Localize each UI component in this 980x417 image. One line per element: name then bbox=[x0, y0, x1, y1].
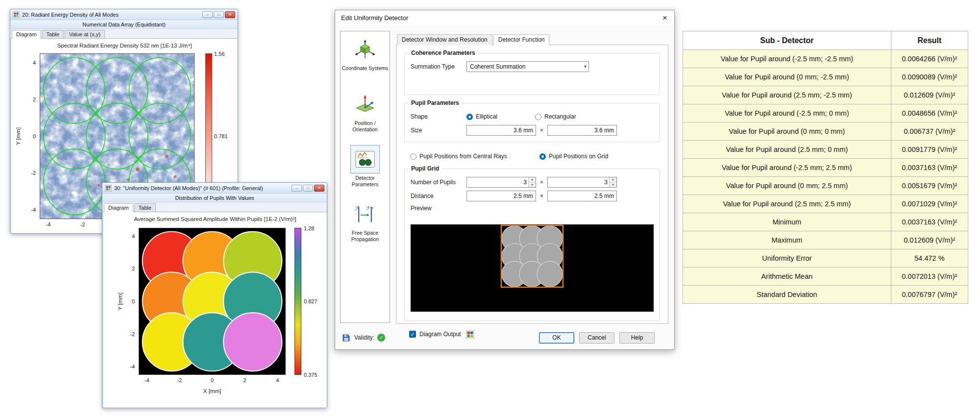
sub-detector-cell: Value for Pupil around (0 mm; 2.5 mm) bbox=[683, 177, 891, 195]
tick-label: 2 bbox=[132, 266, 135, 271]
tab-table[interactable]: Table bbox=[134, 203, 156, 212]
radio-on-grid[interactable] bbox=[539, 153, 546, 160]
window2-tabstrip: Diagram Table bbox=[102, 202, 327, 212]
column-header: Result bbox=[891, 31, 968, 50]
table-row: Minimum0.0037163 (V/m)² bbox=[683, 213, 968, 231]
distance-x-field[interactable] bbox=[466, 191, 536, 201]
pupil-plot-svg bbox=[139, 228, 285, 374]
tick-label: -2 bbox=[80, 221, 85, 227]
window2-document-type: Distribution of Pupils With Values bbox=[102, 194, 327, 202]
canvas: { "glyphs": { "minimize": "–", "maximize… bbox=[0, 0, 980, 417]
colorbar-min-label: 0.375 bbox=[304, 372, 318, 378]
group-label: Pupil Parameters bbox=[409, 99, 462, 106]
table-row: Value for Pupil around (-2.5 mm; -2.5 mm… bbox=[683, 50, 968, 68]
window2-titlebar[interactable]: 30: "Uniformity Detector (All Modes)" (#… bbox=[102, 183, 327, 194]
pupil-parameters-group: Pupil Parameters Shape Elliptical Rectan… bbox=[404, 103, 660, 142]
radio-label[interactable]: Rectangular bbox=[544, 113, 576, 120]
close-button[interactable]: ✕ bbox=[314, 185, 324, 192]
sidebar-item-position-orientation[interactable]: Position / Orientation bbox=[341, 90, 390, 145]
diagram-output-checkbox[interactable]: ✓ bbox=[409, 331, 416, 338]
tick-label: -4 bbox=[145, 377, 149, 383]
dialog-close-icon[interactable]: ✕ bbox=[656, 11, 674, 25]
window2-app-icon bbox=[105, 185, 112, 192]
window1-y-axis-label: Y [mm] bbox=[15, 127, 21, 145]
window2-title: 30: "Uniformity Detector (All Modes)" (#… bbox=[114, 185, 292, 191]
tab-value-at-xy[interactable]: Value at (x,y) bbox=[65, 30, 105, 38]
table-row: Arithmetic Mean0.0072013 (V/m)² bbox=[683, 268, 968, 286]
colorbar-mid-label: 0.827 bbox=[304, 298, 318, 304]
column-header: Sub - Detector bbox=[683, 31, 891, 50]
result-cell: 0.0090089 (V/m)² bbox=[891, 68, 968, 86]
result-cell: 0.0091779 (V/m)² bbox=[891, 141, 968, 159]
result-cell: 0.012609 (V/m)² bbox=[891, 86, 968, 104]
number-of-pupils-x-field[interactable] bbox=[467, 177, 528, 187]
spin-up-icon[interactable]: ▲ bbox=[529, 177, 536, 183]
pupil-position-mode-row: Pupil Positions from Central Rays Pupil … bbox=[404, 150, 660, 163]
pupil-positions-from-central-rays-option[interactable]: Pupil Positions from Central Rays bbox=[410, 153, 539, 160]
result-cell: 0.006737 (V/m)² bbox=[891, 123, 968, 141]
radio-label[interactable]: Elliptical bbox=[476, 113, 497, 120]
shape-rectangular-option[interactable]: Rectangular bbox=[535, 113, 576, 120]
window1-title: 20: Radiant Energy Density of All Modes bbox=[22, 12, 202, 18]
sub-detector-cell: Value for Pupil around (-2.5 mm; 2.5 mm) bbox=[683, 159, 891, 177]
sub-detector-cell: Value for Pupil around (2.5 mm; -2.5 mm) bbox=[683, 86, 891, 104]
result-cell: 0.0072013 (V/m)² bbox=[891, 268, 968, 286]
tab-table[interactable]: Table bbox=[42, 30, 64, 38]
minimize-button[interactable]: – bbox=[202, 11, 213, 18]
shape-elliptical-option[interactable]: Elliptical bbox=[466, 113, 535, 120]
sub-detector-cell: Value for Pupil around (-2.5 mm; -2.5 mm… bbox=[683, 50, 891, 68]
window1-titlebar[interactable]: 20: Radiant Energy Density of All Modes … bbox=[10, 9, 238, 20]
radio-label[interactable]: Pupil Positions on Grid bbox=[549, 153, 608, 160]
save-icon[interactable] bbox=[342, 334, 350, 342]
spin-up-icon[interactable]: ▲ bbox=[610, 177, 616, 183]
size-x-field[interactable] bbox=[466, 125, 536, 136]
pupil-positions-on-grid-option[interactable]: Pupil Positions on Grid bbox=[539, 153, 608, 160]
sidebar-item-detector-parameters[interactable]: Detector Parameters bbox=[341, 145, 390, 200]
window2-x-axis-label: X [mm] bbox=[139, 388, 286, 394]
sub-detector-cell: Value for Pupil around (2.5 mm; 0 mm) bbox=[683, 141, 891, 159]
position-orientation-icon bbox=[354, 94, 376, 115]
table-row: Value for Pupil around (2.5 mm; 0 mm)0.0… bbox=[683, 141, 968, 159]
distance-y-field[interactable] bbox=[547, 191, 617, 201]
radio-rectangular[interactable] bbox=[535, 114, 541, 120]
spin-down-icon[interactable]: ▼ bbox=[529, 183, 536, 188]
tick-label: -4 bbox=[46, 221, 51, 227]
summation-type-dropdown[interactable]: Coherent Summation ▾ bbox=[466, 61, 589, 72]
maximize-button[interactable]: □ bbox=[214, 11, 224, 18]
tab-diagram[interactable]: Diagram bbox=[12, 30, 41, 39]
dialog-titlebar[interactable]: Edit Uniformity Detector ✕ bbox=[335, 10, 674, 25]
detector-results-table-panel: Sub - DetectorResult Value for Pupil aro… bbox=[683, 31, 968, 304]
tab-detector-function[interactable]: Detector Function bbox=[493, 34, 550, 46]
window1-tabstrip: Diagram Table Value at (x,y) bbox=[10, 29, 238, 39]
spin-down-icon[interactable]: ▼ bbox=[610, 183, 616, 188]
chevron-down-icon: ▾ bbox=[584, 62, 587, 72]
diagram-output-row: ✓ Diagram Output bbox=[403, 329, 661, 340]
table-row: Value for Pupil around (-2.5 mm; 0 mm)0.… bbox=[683, 104, 968, 123]
detector-function-panel: Coherence Parameters Summation Type Cohe… bbox=[396, 45, 668, 324]
radio-from-central-rays[interactable] bbox=[410, 153, 416, 160]
sub-detector-cell: Uniformity Error bbox=[683, 249, 891, 268]
radio-label[interactable]: Pupil Positions from Central Rays bbox=[419, 153, 507, 160]
sidebar-item-free-space-propagation[interactable]: ℱ ℱ⁻¹ Free Space Propagation bbox=[341, 200, 390, 255]
tick-label: -2 bbox=[31, 170, 36, 176]
tab-detector-window-and-resolution[interactable]: Detector Window and Resolution bbox=[397, 34, 492, 45]
number-of-pupils-y-field[interactable] bbox=[548, 177, 609, 187]
colorbar-max-label: 1.28 bbox=[304, 225, 314, 231]
minimize-button[interactable]: – bbox=[292, 185, 302, 192]
maximize-button[interactable]: □ bbox=[303, 185, 313, 192]
tick-label: -4 bbox=[130, 364, 135, 369]
sidebar-item-label: Position / Orientation bbox=[341, 120, 390, 133]
diagram-settings-icon[interactable] bbox=[466, 330, 474, 339]
result-cell: 0.0071029 (V/m)² bbox=[891, 195, 968, 213]
pupil-distribution-plot[interactable] bbox=[139, 228, 286, 375]
tick-label: 4 bbox=[33, 60, 36, 66]
sub-detector-cell: Value for Pupil around (0 mm; 0 mm) bbox=[683, 123, 891, 141]
radio-elliptical[interactable] bbox=[466, 114, 473, 120]
size-y-field[interactable] bbox=[547, 125, 617, 136]
group-label: Coherence Parameters bbox=[409, 49, 478, 56]
sidebar-item-coordinate-systems[interactable]: Coordinate Systems bbox=[341, 35, 390, 90]
result-cell: 0.0064266 (V/m)² bbox=[891, 50, 968, 68]
table-header-row: Sub - DetectorResult bbox=[683, 31, 968, 50]
tab-diagram[interactable]: Diagram bbox=[104, 203, 133, 212]
close-button[interactable]: ✕ bbox=[225, 11, 235, 18]
